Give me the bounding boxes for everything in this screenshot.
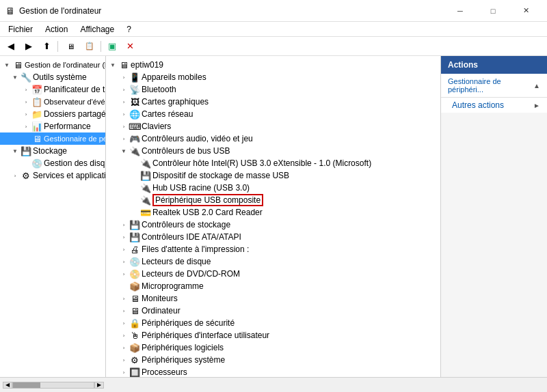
center-ctrl-stockage[interactable]: › 💾 Contrôleurs de stockage bbox=[106, 219, 440, 231]
periph-logiciels-toggle[interactable]: › bbox=[120, 344, 128, 352]
center-microprogramme[interactable]: 📦 Microprogramme bbox=[106, 280, 440, 292]
appareils-toggle[interactable]: › bbox=[120, 73, 128, 81]
export-button[interactable]: ▣ bbox=[104, 39, 120, 54]
horizontal-scrollbar[interactable] bbox=[12, 382, 94, 389]
center-ordinateur[interactable]: › 🖥 Ordinateur bbox=[106, 305, 440, 317]
ordinateur-toggle[interactable]: › bbox=[120, 307, 128, 315]
scroll-left-button[interactable]: ◀ bbox=[3, 382, 12, 389]
left-pane: ▼ 🖥 Gestion de l'ordinateur (local) ▼ 🔧 … bbox=[0, 56, 106, 377]
disques-toggle[interactable] bbox=[22, 159, 30, 167]
center-realtek[interactable]: 💳 Realtek USB 2.0 Card Reader bbox=[106, 206, 440, 219]
planificateur-icon: 📅 bbox=[31, 84, 42, 95]
files-attente-toggle[interactable]: › bbox=[120, 245, 128, 253]
lecteurs-dvd-icon: 📀 bbox=[129, 268, 140, 279]
toolbar: ◀ ▶ ⬆ 🖥 📋 ▣ ✕ bbox=[0, 37, 547, 56]
menu-action[interactable]: Action bbox=[40, 23, 73, 36]
intel-usb-icon: 🔌 bbox=[140, 158, 151, 169]
actions-header-label: Actions bbox=[448, 60, 478, 70]
cartes-reseau-toggle[interactable]: › bbox=[120, 110, 128, 118]
gestionnaire-toggle[interactable] bbox=[22, 135, 30, 143]
ctrl-stockage-label: Contrôleurs de stockage bbox=[142, 220, 230, 229]
center-appareils[interactable]: › 📱 Appareils mobiles bbox=[106, 71, 440, 83]
cartes-graph-toggle[interactable]: › bbox=[120, 98, 128, 106]
controleurs-audio-toggle[interactable]: › bbox=[120, 135, 128, 143]
menu-help[interactable]: ? bbox=[121, 23, 137, 36]
delete-button[interactable]: ✕ bbox=[122, 39, 138, 54]
close-button[interactable]: ✕ bbox=[510, 4, 542, 18]
planificateur-toggle[interactable]: › bbox=[22, 85, 30, 94]
center-periph-interface[interactable]: › 🖱 Périphériques d'interface utilisateu… bbox=[106, 329, 440, 341]
left-tree-dossiers[interactable]: › 📁 Dossiers partagés bbox=[0, 108, 105, 120]
left-tree-root[interactable]: ▼ 🖥 Gestion de l'ordinateur (local) bbox=[0, 59, 105, 71]
center-controleurs-usb[interactable]: ▼ 🔌 Contrôleurs de bus USB bbox=[106, 145, 440, 157]
controleurs-usb-toggle[interactable]: ▼ bbox=[120, 147, 128, 155]
bluetooth-toggle[interactable]: › bbox=[120, 85, 128, 94]
up-button[interactable]: ⬆ bbox=[38, 39, 55, 54]
menu-affichage[interactable]: Affichage bbox=[75, 23, 120, 36]
center-cartes-reseau[interactable]: › 🌐 Cartes réseau bbox=[106, 108, 440, 120]
center-processeurs[interactable]: › 🔲 Processeurs bbox=[106, 366, 440, 377]
left-tree-outils[interactable]: ▼ 🔧 Outils système bbox=[0, 71, 105, 83]
minimize-button[interactable]: ─ bbox=[444, 4, 476, 18]
left-tree-stockage[interactable]: ▼ 💾 Stockage bbox=[0, 145, 105, 157]
processeurs-label: Processeurs bbox=[142, 367, 187, 377]
center-lecteurs-disque[interactable]: › 💿 Lecteurs de disque bbox=[106, 255, 440, 268]
show-hide-button[interactable]: 🖥 bbox=[61, 39, 80, 54]
maximize-button[interactable]: □ bbox=[477, 4, 509, 18]
property-button[interactable]: 📋 bbox=[81, 39, 98, 54]
lecteurs-dvd-label: Lecteurs de DVD/CD-ROM bbox=[142, 269, 240, 279]
center-files-attente[interactable]: › 🖨 Files d'attente à l'impression : bbox=[106, 243, 440, 255]
center-mass-storage[interactable]: 💾 Dispositif de stockage de masse USB bbox=[106, 169, 440, 182]
periph-securite-toggle[interactable]: › bbox=[120, 319, 128, 327]
processeurs-toggle[interactable]: › bbox=[120, 368, 128, 376]
performance-toggle[interactable]: › bbox=[22, 122, 30, 130]
primary-action-item[interactable]: Gestionnaire de périphéri... ▲ bbox=[441, 74, 547, 98]
left-tree-disques[interactable]: 💿 Gestion des disques bbox=[0, 157, 105, 169]
forward-button[interactable]: ▶ bbox=[21, 39, 37, 54]
outils-toggle[interactable]: ▼ bbox=[11, 73, 19, 81]
left-tree-gestionnaire[interactable]: 🖥 Gestionnaire de périph... bbox=[0, 132, 105, 145]
back-button[interactable]: ◀ bbox=[3, 39, 19, 54]
disques-icon: 💿 bbox=[31, 158, 42, 169]
observateur-toggle[interactable]: › bbox=[22, 98, 30, 106]
dossiers-toggle[interactable]: › bbox=[22, 110, 30, 118]
bluetooth-label: Bluetooth bbox=[142, 85, 176, 94]
center-claviers[interactable]: › ⌨ Claviers bbox=[106, 120, 440, 132]
center-cartes-graph[interactable]: › 🖼 Cartes graphiques bbox=[106, 96, 440, 108]
ctrl-stockage-toggle[interactable]: › bbox=[120, 221, 128, 229]
center-bluetooth[interactable]: › 📡 Bluetooth bbox=[106, 83, 440, 96]
lecteurs-disque-toggle[interactable]: › bbox=[120, 257, 128, 266]
left-tree-services[interactable]: › ⚙ Services et applications bbox=[0, 169, 105, 182]
secondary-action-item[interactable]: Autres actions ► bbox=[441, 98, 547, 113]
left-tree-performance[interactable]: › 📊 Performance bbox=[0, 120, 105, 132]
center-moniteurs[interactable]: › 🖥 Moniteurs bbox=[106, 292, 440, 305]
claviers-toggle[interactable]: › bbox=[120, 122, 128, 130]
cartes-reseau-icon: 🌐 bbox=[129, 109, 140, 120]
moniteurs-toggle[interactable]: › bbox=[120, 294, 128, 303]
root-toggle[interactable]: ▼ bbox=[3, 61, 11, 69]
center-root[interactable]: ▼ 🖥 eptiw019 bbox=[106, 59, 440, 71]
center-lecteurs-dvd[interactable]: › 📀 Lecteurs de DVD/CD-ROM bbox=[106, 268, 440, 280]
planificateur-label: Planificateur de tâches bbox=[44, 85, 106, 94]
center-intel-usb[interactable]: 🔌 Contrôleur hôte Intel(R) USB 3.0 eXten… bbox=[106, 157, 440, 169]
center-usb-composite[interactable]: 🔌 Périphérique USB composite bbox=[106, 194, 440, 206]
stockage-toggle[interactable]: ▼ bbox=[11, 147, 19, 155]
scrollbar-thumb bbox=[13, 382, 40, 388]
lecteurs-dvd-toggle[interactable]: › bbox=[120, 270, 128, 278]
ctrl-ide-toggle[interactable]: › bbox=[120, 233, 128, 241]
center-hub-usb[interactable]: 🔌 Hub USB racine (USB 3.0) bbox=[106, 182, 440, 194]
services-toggle[interactable]: › bbox=[11, 171, 19, 180]
left-tree-planificateur[interactable]: › 📅 Planificateur de tâches bbox=[0, 83, 105, 96]
center-periph-systeme[interactable]: › ⚙ Périphériques système bbox=[106, 354, 440, 366]
menu-fichier[interactable]: Fichier bbox=[3, 23, 38, 36]
center-ctrl-ide[interactable]: › 💾 Contrôleurs IDE ATA/ATAPI bbox=[106, 231, 440, 243]
periph-interface-toggle[interactable]: › bbox=[120, 331, 128, 339]
center-controleurs-audio[interactable]: › 🎮 Contrôleurs audio, vidéo et jeu bbox=[106, 132, 440, 145]
center-root-toggle[interactable]: ▼ bbox=[109, 61, 117, 69]
cartes-reseau-label: Cartes réseau bbox=[142, 109, 193, 119]
left-tree-observateur[interactable]: › 📋 Observateur d'événème... bbox=[0, 96, 105, 108]
periph-systeme-toggle[interactable]: › bbox=[120, 356, 128, 364]
center-periph-securite[interactable]: › 🔒 Périphériques de sécurité bbox=[106, 317, 440, 329]
scroll-right-button[interactable]: ▶ bbox=[94, 382, 104, 389]
center-periph-logiciels[interactable]: › 📦 Périphériques logiciels bbox=[106, 341, 440, 354]
